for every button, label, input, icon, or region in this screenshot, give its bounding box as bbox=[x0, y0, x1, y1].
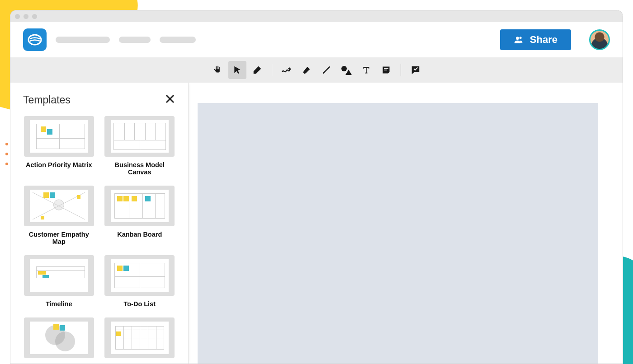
template-thumb bbox=[24, 317, 94, 358]
template-thumb bbox=[24, 116, 94, 157]
traffic-light-max[interactable] bbox=[32, 14, 37, 19]
canvas-area[interactable] bbox=[189, 83, 623, 364]
tool-comment[interactable] bbox=[406, 61, 425, 79]
tool-line[interactable] bbox=[317, 61, 335, 79]
marker-icon bbox=[302, 65, 312, 75]
template-label: Action Priority Matrix bbox=[26, 161, 92, 168]
canvas-blank[interactable] bbox=[198, 103, 598, 364]
template-venn-diagram[interactable]: Venn Diagram bbox=[23, 317, 95, 364]
template-label: Weekly Calendar bbox=[113, 363, 166, 364]
template-kanban-board[interactable]: Kanban Board bbox=[104, 186, 176, 245]
shapes-icon bbox=[341, 65, 352, 75]
breadcrumb-placeholder bbox=[160, 37, 196, 43]
pen-icon bbox=[281, 65, 292, 75]
template-todo-list[interactable]: To-Do List bbox=[104, 255, 176, 308]
cursor-icon bbox=[233, 65, 242, 75]
breadcrumb-placeholder bbox=[119, 37, 151, 43]
svg-point-1 bbox=[516, 37, 519, 40]
template-customer-empathy-map[interactable]: Customer Empathy Map bbox=[23, 186, 95, 245]
line-icon bbox=[321, 65, 331, 75]
template-label: Venn Diagram bbox=[37, 363, 81, 364]
template-label: Timeline bbox=[46, 300, 72, 308]
tool-text[interactable] bbox=[357, 61, 375, 79]
tool-eraser[interactable] bbox=[248, 61, 266, 79]
tool-shapes[interactable] bbox=[337, 61, 355, 79]
traffic-light-close[interactable] bbox=[15, 14, 20, 19]
share-label: Share bbox=[530, 34, 557, 46]
tool-hand[interactable] bbox=[208, 61, 227, 79]
browser-window: Share bbox=[10, 10, 623, 364]
template-thumb bbox=[104, 186, 175, 226]
note-icon bbox=[382, 65, 391, 75]
templates-title: Templates bbox=[23, 94, 71, 106]
comment-icon bbox=[411, 65, 420, 75]
template-thumb bbox=[24, 255, 94, 296]
breadcrumb-placeholder bbox=[56, 37, 110, 43]
template-thumb bbox=[24, 186, 94, 226]
close-templates-button[interactable] bbox=[165, 93, 175, 106]
toolbar bbox=[10, 57, 623, 83]
template-label: To-Do List bbox=[123, 300, 156, 308]
template-label: Kanban Board bbox=[117, 231, 162, 238]
people-icon bbox=[514, 35, 524, 44]
svg-point-2 bbox=[520, 37, 522, 39]
share-button[interactable]: Share bbox=[500, 29, 571, 50]
template-thumb bbox=[104, 116, 175, 157]
template-thumb bbox=[104, 255, 175, 296]
text-icon bbox=[362, 65, 371, 75]
template-business-model-canvas[interactable]: Business Model Canvas bbox=[104, 116, 176, 176]
main-content: Templates Acti bbox=[10, 83, 623, 364]
tool-sticky-note[interactable] bbox=[377, 61, 395, 79]
templates-grid: Action Priority Matrix bbox=[23, 116, 175, 364]
eraser-icon bbox=[252, 65, 262, 75]
window-titlebar bbox=[10, 10, 623, 22]
close-icon bbox=[165, 93, 175, 104]
svg-point-3 bbox=[341, 66, 347, 71]
tool-marker[interactable] bbox=[298, 61, 316, 79]
template-label: Customer Empathy Map bbox=[23, 231, 95, 245]
user-avatar[interactable] bbox=[589, 29, 610, 50]
svg-point-7 bbox=[55, 331, 75, 351]
template-thumb bbox=[104, 317, 175, 358]
toolbar-separator bbox=[272, 64, 272, 76]
tool-select[interactable] bbox=[228, 61, 246, 79]
toolbar-separator bbox=[401, 64, 401, 76]
template-label: Business Model Canvas bbox=[104, 161, 176, 176]
template-action-priority-matrix[interactable]: Action Priority Matrix bbox=[23, 116, 95, 176]
templates-panel: Templates Acti bbox=[10, 83, 189, 364]
template-timeline[interactable]: Timeline bbox=[23, 255, 95, 308]
app-logo[interactable] bbox=[23, 28, 47, 51]
template-weekly-calendar[interactable]: Weekly Calendar bbox=[104, 317, 176, 364]
traffic-light-min[interactable] bbox=[24, 14, 28, 19]
hand-icon bbox=[213, 65, 222, 75]
tool-pen[interactable] bbox=[278, 61, 296, 79]
app-header: Share bbox=[10, 22, 623, 57]
